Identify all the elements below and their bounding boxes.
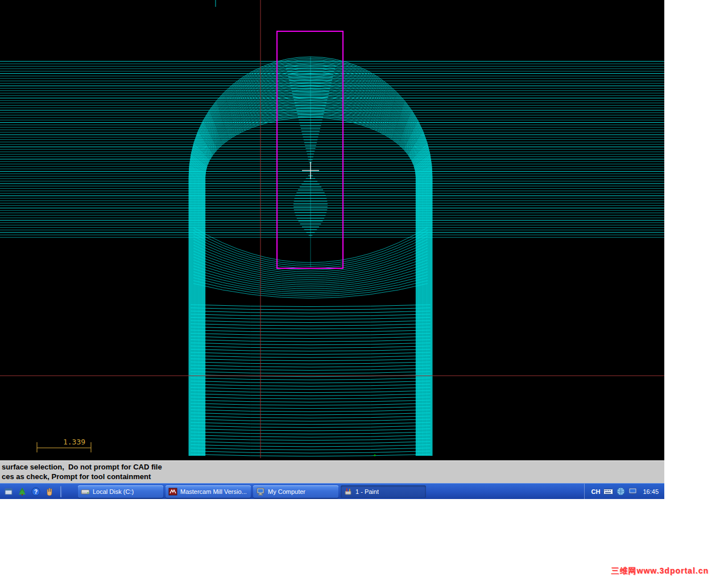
- hand-icon[interactable]: [44, 487, 55, 497]
- task-label: Local Disk (C:): [93, 488, 134, 495]
- task-buttons: Local Disk (C:) Mastercam Mill Versio...…: [78, 484, 426, 499]
- prompt-line-1: surface selection, Do not prompt for CAD…: [2, 462, 663, 472]
- mastercam-icon: [168, 487, 177, 496]
- computer-icon: [256, 487, 265, 496]
- system-tray: CH 16:45: [584, 484, 664, 499]
- prompt-line-2: ces as check, Prompt for tool containmen…: [2, 472, 663, 481]
- clock[interactable]: 16:45: [643, 488, 659, 495]
- tree-app-icon[interactable]: [17, 487, 27, 497]
- svg-text:?: ?: [34, 488, 38, 494]
- task-label: Mastercam Mill Versio...: [180, 488, 247, 495]
- show-desktop-icon[interactable]: [3, 487, 14, 497]
- help-icon[interactable]: ?: [31, 487, 41, 497]
- taskbar-button-local-disk[interactable]: Local Disk (C:): [78, 485, 163, 498]
- language-indicator[interactable]: CH: [592, 488, 601, 495]
- toolpath-drawing: 1.339: [0, 0, 664, 460]
- cad-viewport[interactable]: 1.339: [0, 0, 664, 460]
- toolbar-divider: [60, 486, 62, 497]
- screen: 1.339 surface selection, Do not prompt f…: [0, 0, 728, 582]
- drive-icon: [81, 487, 90, 496]
- keyboard-icon[interactable]: [603, 488, 613, 495]
- taskbar-button-my-computer[interactable]: My Computer: [253, 485, 338, 498]
- taskbar-button-paint[interactable]: 1 - Paint: [341, 485, 426, 498]
- globe-icon[interactable]: [617, 487, 625, 496]
- prompt-bar: surface selection, Do not prompt for CAD…: [0, 460, 664, 483]
- paint-icon: [344, 487, 353, 496]
- task-label: My Computer: [268, 488, 305, 495]
- quick-launch: ?: [0, 484, 65, 499]
- taskbar: ? Local Disk (C:) Mastercam Mill Versio.…: [0, 483, 664, 499]
- taskbar-button-mastercam[interactable]: Mastercam Mill Versio...: [166, 485, 251, 498]
- dimension-value: 1.339: [63, 438, 85, 446]
- watermark: 三维网www.3dportal.cn: [611, 566, 709, 576]
- task-label: 1 - Paint: [355, 488, 379, 495]
- display-icon[interactable]: [628, 488, 637, 495]
- endpoint-marker: [374, 454, 375, 456]
